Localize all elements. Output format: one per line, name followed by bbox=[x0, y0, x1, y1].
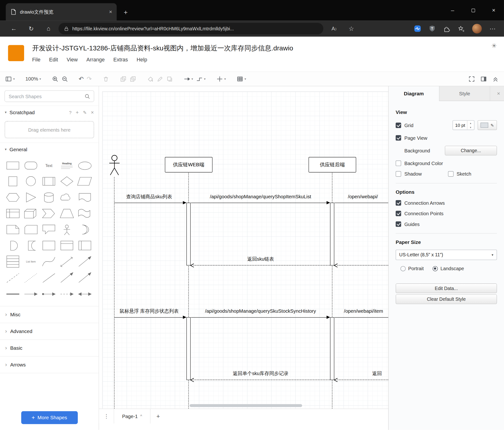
message-line[interactable] bbox=[191, 317, 326, 318]
background-color-checkbox[interactable] bbox=[396, 160, 401, 166]
scratchpad-edit-icon[interactable]: ✎ bbox=[83, 110, 87, 115]
activation-bar[interactable] bbox=[330, 203, 334, 266]
address-bar[interactable]: https://file.kkview.cn/onlinePreview?url… bbox=[58, 23, 323, 34]
shape-ellipse[interactable] bbox=[79, 162, 91, 169]
back-button[interactable]: ← bbox=[6, 22, 21, 35]
grid-size-input[interactable] bbox=[453, 121, 467, 130]
sidebar-section-misc[interactable]: › Misc bbox=[0, 306, 99, 323]
search-shapes-input[interactable] bbox=[5, 90, 94, 102]
sketch-checkbox[interactable] bbox=[448, 171, 453, 177]
theme-toggle-sun-icon[interactable]: ☀ bbox=[491, 42, 497, 49]
shape-callout[interactable] bbox=[43, 225, 55, 234]
undo-button[interactable]: ↶ bbox=[79, 76, 84, 82]
window-minimize-button[interactable]: – bbox=[442, 0, 463, 20]
portrait-radio[interactable] bbox=[400, 266, 406, 271]
landscape-radio[interactable] bbox=[433, 266, 438, 271]
menu-help[interactable]: Help bbox=[136, 57, 147, 63]
delete-button[interactable] bbox=[102, 75, 109, 82]
menu-view[interactable]: View bbox=[67, 57, 78, 63]
add-page-button[interactable]: + bbox=[150, 409, 166, 424]
tab-style[interactable]: Style bbox=[439, 86, 490, 101]
page-view-checkbox[interactable] bbox=[396, 135, 401, 141]
scratchpad-header[interactable]: ▾ Scratchpad ? + ✎ × bbox=[0, 106, 99, 119]
collections-star-icon[interactable] bbox=[458, 25, 464, 32]
shape-list[interactable] bbox=[7, 256, 19, 267]
shape-titled-container[interactable] bbox=[61, 241, 73, 250]
window-maximize-button[interactable] bbox=[463, 0, 484, 20]
shape-cloud[interactable] bbox=[61, 194, 70, 200]
shape-trapezoid[interactable] bbox=[60, 209, 74, 218]
shape-square[interactable] bbox=[9, 177, 17, 186]
shape-internal-storage[interactable] bbox=[6, 209, 19, 218]
message-line[interactable] bbox=[191, 203, 326, 203]
to-back-button[interactable] bbox=[129, 75, 136, 82]
connection-style-dropdown[interactable]: ▾ bbox=[183, 75, 193, 82]
lifeline-actor[interactable] bbox=[114, 177, 114, 409]
sidebar-section-advanced[interactable]: › Advanced bbox=[0, 323, 99, 339]
tab-close-icon[interactable]: × bbox=[109, 9, 112, 15]
shadow-button[interactable] bbox=[166, 75, 173, 82]
shape-tape[interactable] bbox=[79, 209, 90, 217]
refresh-button[interactable]: ↻ bbox=[24, 22, 39, 35]
landscape-option[interactable]: Landscape bbox=[433, 266, 464, 271]
shape-curve[interactable] bbox=[43, 257, 55, 266]
shield-extension-icon[interactable]: T bbox=[429, 25, 435, 32]
shape-and[interactable] bbox=[10, 241, 18, 250]
shape-process[interactable] bbox=[43, 177, 55, 185]
clear-default-style-button[interactable]: Clear Default Style bbox=[396, 294, 497, 304]
menu-file[interactable]: File bbox=[32, 57, 41, 63]
shape-vertical-container[interactable] bbox=[79, 241, 91, 250]
sidebar-section-basic[interactable]: › Basic bbox=[0, 339, 99, 356]
paper-size-select[interactable]: US-Letter (8,5" x 11") ▾ bbox=[396, 250, 497, 260]
page-tab[interactable]: Page-1 ^ bbox=[114, 409, 150, 424]
shape-card[interactable] bbox=[25, 225, 37, 234]
drawing-canvas[interactable]: 查询店铺商品sku列表 /api/goods/shopManage/queryS… bbox=[99, 86, 388, 409]
scratchpad-dropzone[interactable]: Drag elements here bbox=[5, 121, 94, 138]
shape-diagonal-arrow[interactable] bbox=[61, 272, 73, 283]
message-label[interactable]: /open/webapi/ bbox=[339, 194, 387, 201]
stepper-down-icon[interactable]: ▾ bbox=[468, 125, 474, 130]
shape-parallelogram[interactable] bbox=[78, 177, 92, 185]
shape-bidirectional-arrow[interactable] bbox=[61, 257, 72, 267]
shape-heading[interactable]: Heading bbox=[61, 162, 72, 169]
shape-arrow-shape[interactable] bbox=[79, 256, 91, 266]
shape-cylinder[interactable] bbox=[44, 193, 54, 202]
collapse-toolbar-button[interactable] bbox=[492, 75, 499, 82]
activation-bar[interactable] bbox=[186, 203, 191, 266]
shape-cube[interactable] bbox=[24, 209, 36, 218]
message-line[interactable] bbox=[114, 203, 183, 203]
read-aloud-button[interactable]: A) bbox=[326, 22, 341, 35]
shape-dotted-line[interactable] bbox=[25, 273, 37, 283]
shape-document[interactable] bbox=[79, 193, 90, 201]
shape-line[interactable] bbox=[43, 273, 55, 283]
general-section-header[interactable]: ▾ General bbox=[0, 143, 99, 156]
shape-double-arrow[interactable] bbox=[79, 293, 91, 296]
menu-arrange[interactable]: Arrange bbox=[86, 57, 105, 63]
window-close-button[interactable]: × bbox=[484, 0, 504, 20]
guides-checkbox[interactable] bbox=[396, 221, 401, 227]
change-background-button[interactable]: Change... bbox=[445, 146, 497, 155]
profile-avatar[interactable] bbox=[472, 24, 482, 33]
scratchpad-help-icon[interactable]: ? bbox=[69, 110, 72, 115]
zoom-level-dropdown[interactable]: 100% ▾ bbox=[25, 76, 41, 82]
extensions-puzzle-icon[interactable] bbox=[443, 25, 450, 32]
message-line[interactable] bbox=[334, 203, 388, 203]
tab-diagram[interactable]: Diagram bbox=[388, 86, 439, 101]
table-dropdown[interactable]: ▾ bbox=[236, 75, 246, 82]
activation-bar[interactable] bbox=[330, 317, 334, 380]
return-label[interactable]: 返回sku链表 bbox=[191, 256, 330, 263]
menu-extras[interactable]: Extras bbox=[113, 57, 128, 63]
message-label[interactable]: /open/webapi/item bbox=[339, 308, 388, 315]
shape-circle[interactable] bbox=[26, 177, 36, 186]
grid-checkbox[interactable] bbox=[396, 122, 401, 128]
stepper-up-icon[interactable]: ▴ bbox=[468, 121, 474, 125]
shape-triangle[interactable] bbox=[26, 193, 36, 202]
message-label[interactable]: 查询店铺商品sku列表 bbox=[112, 194, 186, 201]
shape-diagonal-arrow-2[interactable] bbox=[79, 272, 91, 283]
format-panel-close-button[interactable]: × bbox=[497, 90, 500, 97]
waypoint-style-dropdown[interactable]: ▾ bbox=[196, 75, 206, 82]
zoom-out-button[interactable] bbox=[61, 75, 68, 82]
shape-diamond[interactable] bbox=[61, 177, 73, 186]
new-tab-button[interactable]: + bbox=[124, 8, 128, 16]
connection-points-checkbox[interactable] bbox=[396, 211, 401, 216]
